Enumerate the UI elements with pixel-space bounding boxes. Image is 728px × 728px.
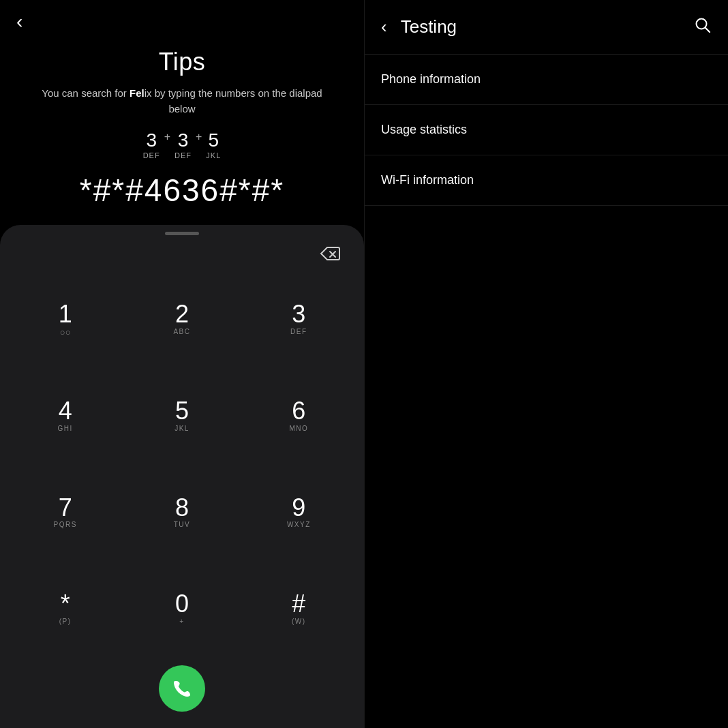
tips-desc-before: You can search for — [42, 87, 130, 99]
dial-key-1[interactable]: 1 ○○ — [7, 271, 123, 368]
search-button[interactable] — [691, 14, 714, 41]
dial-key-num-7: 7 — [59, 494, 72, 521]
dial-key-0[interactable]: 0 + — [123, 560, 240, 657]
dial-key-4[interactable]: 4 GHI — [7, 367, 123, 464]
letter-key-3-def-2: 3 DEF — [175, 130, 192, 160]
letter-key-num-3: 5 — [209, 130, 219, 151]
backspace-button[interactable] — [316, 242, 344, 265]
back-button-right[interactable]: ‹ — [378, 14, 390, 40]
letter-key-sub-1: DEF — [143, 151, 160, 160]
phone-icon — [171, 678, 193, 699]
letter-key-num-2: 3 — [178, 130, 189, 151]
menu-item-wifi-information[interactable]: Wi-Fi information — [365, 155, 728, 206]
dial-key-3[interactable]: 3 DEF — [241, 271, 357, 368]
dial-key-sub-0: + — [179, 618, 184, 627]
plus-sign-1: + — [164, 131, 170, 150]
dial-key-sub-8: TUV — [174, 521, 191, 530]
dial-key-num-9: 9 — [292, 494, 305, 521]
dialcode-display: *#*#4636#*#* — [27, 172, 337, 209]
dial-key-num-0: 0 — [175, 590, 189, 618]
phone-notch — [165, 232, 199, 235]
menu-item-usage-statistics[interactable]: Usage statistics — [365, 105, 728, 155]
dial-key-7[interactable]: 7 PQRS — [7, 464, 123, 561]
left-top-bar: ‹ — [0, 0, 364, 34]
right-title: Testing — [401, 16, 691, 37]
dial-key-sub-6: MNO — [289, 425, 308, 434]
tips-desc-after: ix by typing the numbers on the dialpad … — [145, 87, 322, 115]
tips-section: Tips You can search for Felix by typing … — [0, 34, 364, 225]
plus-sign-2: + — [196, 131, 202, 150]
dial-key-sub-4: GHI — [58, 425, 73, 434]
tips-title: Tips — [27, 48, 337, 76]
dial-key-sub-2: ABC — [173, 328, 190, 337]
dial-key-8[interactable]: 8 TUV — [123, 464, 240, 561]
dial-key-9[interactable]: 9 WXYZ — [241, 464, 357, 561]
letter-key-num-1: 3 — [146, 130, 157, 151]
dial-key-5[interactable]: 5 JKL — [123, 367, 240, 464]
dial-key-sub-star: (P) — [59, 618, 72, 627]
call-button[interactable] — [159, 665, 205, 712]
dial-key-sub-7: PQRS — [53, 521, 76, 530]
dial-key-2[interactable]: 2 ABC — [123, 271, 240, 368]
dial-key-num-8: 8 — [175, 494, 189, 521]
phone-body: 1 ○○ 2 ABC 3 DEF 4 GHI 5 JKL 6 MNO — [0, 225, 364, 728]
menu-item-phone-information[interactable]: Phone information — [365, 55, 728, 105]
dial-key-star[interactable]: * (P) — [7, 560, 123, 657]
tips-description: You can search for Felix by typing the n… — [27, 86, 337, 117]
dial-key-num-4: 4 — [59, 397, 72, 425]
dial-key-num-6: 6 — [292, 397, 305, 425]
call-btn-row — [159, 657, 205, 728]
dial-key-sub-1: ○○ — [60, 327, 71, 337]
dialpad-display-row — [0, 242, 364, 265]
right-panel: ‹ Testing Phone information Usage statis… — [364, 0, 728, 728]
right-menu: Phone information Usage statistics Wi-Fi… — [365, 55, 728, 206]
dial-key-sub-hash: (W) — [292, 618, 306, 627]
right-header: ‹ Testing — [365, 0, 728, 55]
dial-key-6[interactable]: 6 MNO — [241, 367, 357, 464]
letter-key-sub-3: JKL — [206, 151, 221, 160]
dial-key-num-5: 5 — [175, 397, 189, 425]
dial-key-num-star: * — [61, 590, 70, 618]
dial-key-sub-5: JKL — [175, 425, 189, 434]
letter-key-3-def-1: 3 DEF — [143, 130, 160, 160]
letter-key-5-jkl: 5 JKL — [206, 130, 221, 160]
dialpad-grid: 1 ○○ 2 ABC 3 DEF 4 GHI 5 JKL 6 MNO — [0, 271, 364, 657]
dial-key-hash[interactable]: # (W) — [241, 560, 357, 657]
left-panel: ‹ Tips You can search for Felix by typin… — [0, 0, 364, 728]
letter-keys-row: 3 DEF + 3 DEF + 5 JKL — [27, 130, 337, 160]
dial-key-sub-3: DEF — [290, 328, 307, 337]
dial-key-num-1: 1 — [59, 301, 72, 328]
dial-key-num-hash: # — [292, 590, 305, 618]
svg-line-1 — [706, 27, 710, 31]
dial-key-num-2: 2 — [175, 301, 189, 328]
dial-key-sub-9: WXYZ — [287, 521, 311, 530]
tips-desc-bold: Fel — [130, 87, 145, 99]
letter-key-sub-2: DEF — [175, 151, 192, 160]
search-icon — [694, 16, 712, 34]
back-button-left[interactable]: ‹ — [14, 10, 25, 34]
dial-key-num-3: 3 — [292, 301, 305, 328]
